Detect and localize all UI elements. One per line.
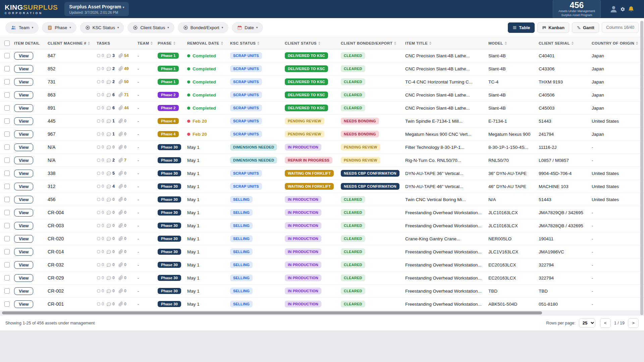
view-button[interactable]: View: [14, 91, 33, 99]
row-checkbox[interactable]: [4, 53, 10, 58]
sort-icon[interactable]: [257, 42, 259, 45]
view-button-gantt[interactable]: Gantt: [572, 22, 599, 33]
row-checkbox[interactable]: [4, 171, 10, 176]
row-checkbox[interactable]: [4, 158, 10, 163]
view-button[interactable]: View: [14, 274, 33, 282]
filter-client-status[interactable]: Client Status▾: [127, 22, 174, 33]
row-checkbox[interactable]: [4, 184, 10, 189]
program-selector[interactable]: Surplus Asset Program▾ Updated: 3/7/2026…: [64, 2, 129, 16]
sort-icon[interactable]: [429, 42, 431, 45]
column-header-team[interactable]: TEAM: [138, 41, 158, 45]
column-header-client-bonded-export[interactable]: CLIENT BONDED/EXPORT: [341, 41, 405, 45]
team-cell: -: [138, 66, 158, 71]
view-button[interactable]: View: [14, 52, 33, 60]
sort-icon[interactable]: [394, 42, 396, 45]
client-status-badge: DELIVERED TO KSC: [285, 52, 328, 59]
row-checkbox[interactable]: [4, 144, 10, 150]
team-value: -: [138, 184, 139, 189]
column-header-ksc-status[interactable]: KSC STATUS: [230, 41, 285, 45]
view-button[interactable]: View: [14, 130, 33, 138]
view-button[interactable]: View: [14, 117, 33, 125]
row-checkbox[interactable]: [4, 92, 10, 98]
notifications-bell-icon[interactable]: [628, 6, 635, 13]
view-button[interactable]: View: [14, 235, 33, 243]
phase-badge: Phase 4: [158, 118, 179, 124]
column-header-item-detail[interactable]: ITEM DETAIL: [14, 41, 48, 45]
sort-icon[interactable]: [636, 42, 638, 45]
rows-per-page-select[interactable]: 25: [579, 318, 595, 327]
row-checkbox[interactable]: [4, 197, 10, 202]
column-header-phase[interactable]: PHASE: [158, 41, 187, 45]
column-header-item-title[interactable]: ITEM TITLE: [405, 41, 488, 45]
filter-phase[interactable]: Phase▾: [42, 22, 76, 33]
client-serial-cell: 190411: [539, 236, 592, 241]
horizontal-scrollbar-thumb[interactable]: [2, 311, 542, 314]
client-machine-number: CR-001: [48, 301, 64, 307]
sort-icon[interactable]: [572, 42, 574, 45]
phase-badge: Phase 30: [158, 249, 181, 255]
filter-bonded-export[interactable]: Bonded/Export▾: [178, 22, 229, 33]
sort-icon[interactable]: [318, 42, 320, 45]
row-checkbox[interactable]: [4, 105, 10, 111]
horizontal-scrollbar-track[interactable]: [0, 311, 644, 315]
vertical-scrollbar-thumb[interactable]: [640, 21, 643, 315]
gear-icon[interactable]: [620, 7, 625, 12]
model-cell-value: JLC10163LCX: [488, 223, 518, 228]
row-checkbox[interactable]: [4, 288, 10, 294]
row-checkbox[interactable]: [4, 79, 10, 84]
client-status-badge-cell: DELIVERED TO KSC: [285, 92, 341, 98]
user-profile-icon[interactable]: [609, 5, 618, 13]
view-button[interactable]: View: [14, 143, 33, 151]
sort-icon[interactable]: [221, 42, 223, 45]
next-page-button[interactable]: >: [628, 318, 639, 328]
sort-icon[interactable]: [173, 42, 175, 45]
sort-icon[interactable]: [505, 42, 507, 45]
filter-ksc-status[interactable]: KSC Status▾: [80, 22, 124, 33]
row-checkbox[interactable]: [4, 249, 10, 254]
row-checkbox[interactable]: [4, 275, 10, 281]
view-button-table[interactable]: Table: [508, 22, 535, 33]
view-button[interactable]: View: [14, 248, 33, 256]
view-button[interactable]: View: [14, 183, 33, 190]
row-checkbox[interactable]: [4, 236, 10, 241]
select-all-checkbox[interactable]: [4, 41, 10, 46]
column-header-country-of-origin[interactable]: COUNTRY OF ORIGIN: [592, 41, 644, 45]
filter-team[interactable]: Team▾: [5, 22, 39, 34]
view-button[interactable]: View: [14, 222, 33, 230]
row-checkbox[interactable]: [4, 66, 10, 71]
view-button[interactable]: View: [14, 261, 33, 269]
row-checkbox[interactable]: [4, 131, 10, 137]
sort-icon[interactable]: [88, 42, 90, 45]
filter-date[interactable]: Date▾: [232, 22, 263, 33]
view-button[interactable]: View: [14, 209, 33, 217]
logo-surplus: SURPLUS: [23, 3, 58, 11]
row-checkbox[interactable]: [4, 118, 10, 124]
column-header-client-machine[interactable]: CLIENT MACHINE #: [48, 41, 97, 45]
view-button[interactable]: View: [14, 157, 33, 164]
column-header-client-serial[interactable]: CLIENT SERIAL: [539, 41, 592, 45]
prev-page-button[interactable]: <: [600, 318, 611, 328]
view-button[interactable]: View: [14, 287, 33, 295]
item-title-cell: Freestanding Overhead Workstation...: [405, 262, 488, 267]
row-checkbox[interactable]: [4, 210, 10, 215]
columns-button[interactable]: Columns 16/40: [602, 22, 639, 33]
row-checkbox[interactable]: [4, 301, 10, 307]
column-header-tasks[interactable]: TASKS: [97, 41, 138, 45]
view-button-kanban[interactable]: Kanban: [537, 22, 569, 33]
column-header-removal-date[interactable]: REMOVAL DATE: [187, 41, 230, 45]
view-button[interactable]: View: [14, 300, 33, 308]
row-checkbox[interactable]: [4, 262, 10, 267]
view-button[interactable]: View: [14, 78, 33, 86]
view-button[interactable]: View: [14, 170, 33, 177]
removal-date-value: May 1: [187, 302, 200, 307]
row-checkbox[interactable]: [4, 223, 10, 228]
view-button[interactable]: View: [14, 104, 33, 112]
sort-icon[interactable]: [151, 42, 153, 45]
view-button[interactable]: View: [14, 65, 33, 73]
client-status-badge-cell: IN PRODUCTION: [285, 275, 341, 281]
row-select-cell: [0, 249, 14, 254]
column-header-model[interactable]: MODEL: [488, 41, 539, 45]
table-row: ViewCR-029000-Phase 30May 1SELLINGIN PRO…: [0, 272, 644, 285]
column-header-client-status[interactable]: CLIENT STATUS: [285, 41, 341, 45]
view-button[interactable]: View: [14, 196, 33, 203]
